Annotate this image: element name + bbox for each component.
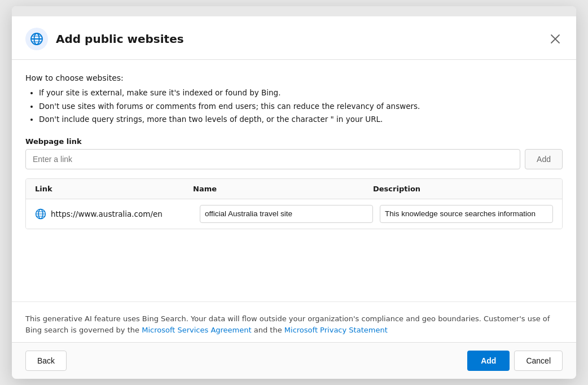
instructions-section: How to choose websites: If your site is … [25, 73, 563, 126]
footer-left: Back [25, 351, 67, 371]
col-header-name: Name [193, 185, 373, 193]
col-header-link: Link [35, 185, 193, 193]
name-input[interactable] [200, 205, 373, 223]
footer-right: Add Cancel [467, 351, 563, 371]
modal-title: Add public websites [56, 32, 548, 46]
row-globe-icon [35, 208, 46, 220]
add-button-primary[interactable]: Add [467, 351, 510, 371]
instruction-item-2: Don't use sites with forums or comments … [39, 100, 563, 113]
privacy-text-middle: and the [252, 326, 284, 334]
cancel-button[interactable]: Cancel [514, 351, 563, 371]
privacy-notice: This generative AI feature uses Bing Sea… [12, 301, 576, 342]
modal-footer: Back Add Cancel [12, 342, 576, 379]
col-header-description: Description [373, 185, 553, 193]
description-input[interactable] [380, 205, 553, 223]
cell-name [200, 205, 373, 223]
table-header: Link Name Description [26, 179, 562, 199]
body-spacer [12, 270, 576, 301]
top-bar-blur [12, 6, 576, 16]
links-table: Link Name Description https: [25, 178, 563, 229]
cell-link: https://www.australia.com/en [35, 208, 193, 220]
instruction-item-1: If your site is external, make sure it's… [39, 87, 563, 99]
cell-link-text: https://www.australia.com/en [51, 209, 163, 218]
link-input[interactable] [25, 149, 520, 169]
instruction-item-3: Don't include query strings, more than t… [39, 113, 563, 126]
link-input-row: Add [25, 149, 563, 169]
add-link-button[interactable]: Add [525, 149, 563, 169]
webpage-link-label: Webpage link [25, 137, 563, 146]
globe-icon [25, 28, 48, 50]
microsoft-privacy-statement-link[interactable]: Microsoft Privacy Statement [284, 326, 388, 334]
close-button[interactable] [548, 32, 563, 46]
modal-header: Add public websites [12, 16, 576, 60]
instructions-heading: How to choose websites: [25, 73, 563, 82]
microsoft-services-agreement-link[interactable]: Microsoft Services Agreement [142, 326, 251, 334]
table-row: https://www.australia.com/en [26, 199, 562, 229]
cell-description [380, 205, 553, 223]
modal-body: How to choose websites: If your site is … [12, 60, 576, 270]
back-button[interactable]: Back [25, 351, 67, 371]
instructions-list: If your site is external, make sure it's… [25, 87, 563, 126]
